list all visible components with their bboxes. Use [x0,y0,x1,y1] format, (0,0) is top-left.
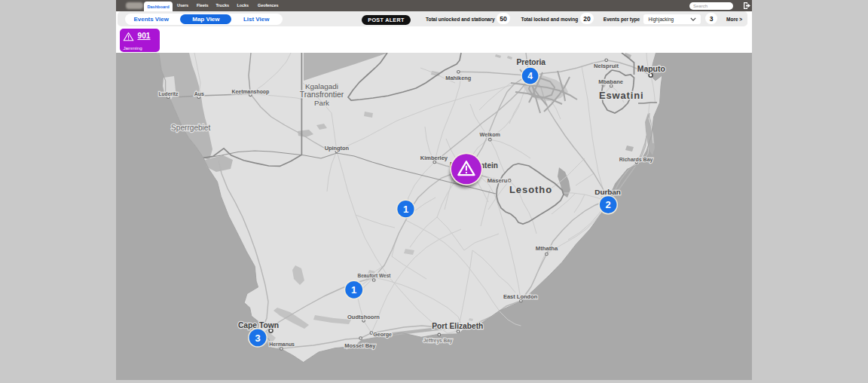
svg-text:Aus: Aus [194,91,204,97]
svg-text:Jeffreys Bay: Jeffreys Bay [423,338,453,344]
svg-text:Richards Bay: Richards Bay [619,157,653,163]
svg-text:Sperrgebiet: Sperrgebiet [171,124,210,132]
svg-text:Beaufort West: Beaufort West [358,273,392,278]
svg-text:Welkom: Welkom [480,131,500,138]
svg-text:Maseru: Maseru [487,177,508,184]
svg-text:Transfrontier: Transfrontier [300,90,344,99]
svg-text:Port Elizabeth: Port Elizabeth [432,322,483,330]
svg-text:Upington: Upington [325,145,350,152]
svg-text:Luderitz: Luderitz [159,91,179,97]
svg-text:Maputo: Maputo [637,65,665,73]
svg-text:1: 1 [351,284,356,296]
svg-text:2: 2 [606,199,611,210]
svg-text:Lesotho: Lesotho [509,184,552,195]
svg-text:Mbabane: Mbabane [598,78,623,85]
svg-text:1: 1 [403,204,408,215]
svg-text:Nelspruit: Nelspruit [594,63,619,69]
svg-text:Hermanus: Hermanus [269,342,295,347]
svg-text:Pretoria: Pretoria [517,58,546,66]
svg-text:East London: East London [503,293,538,300]
svg-text:Durban: Durban [594,188,621,196]
svg-text:George: George [373,332,392,338]
svg-text:Kimberley: Kimberley [420,155,448,161]
svg-text:Oudtshoorn: Oudtshoorn [347,314,380,320]
svg-text:Keetmanshoop: Keetmanshoop [232,89,270,95]
svg-text:Kgalagadi: Kgalagadi [305,82,338,90]
svg-text:Eswatini: Eswatini [599,90,644,101]
svg-text:Park: Park [314,99,329,107]
svg-text:Mahikeng: Mahikeng [445,75,472,81]
svg-text:Mossel Bay: Mossel Bay [344,342,376,349]
svg-text:Mthatha: Mthatha [536,245,558,252]
svg-text:3: 3 [255,332,260,344]
svg-text:4: 4 [527,71,533,81]
